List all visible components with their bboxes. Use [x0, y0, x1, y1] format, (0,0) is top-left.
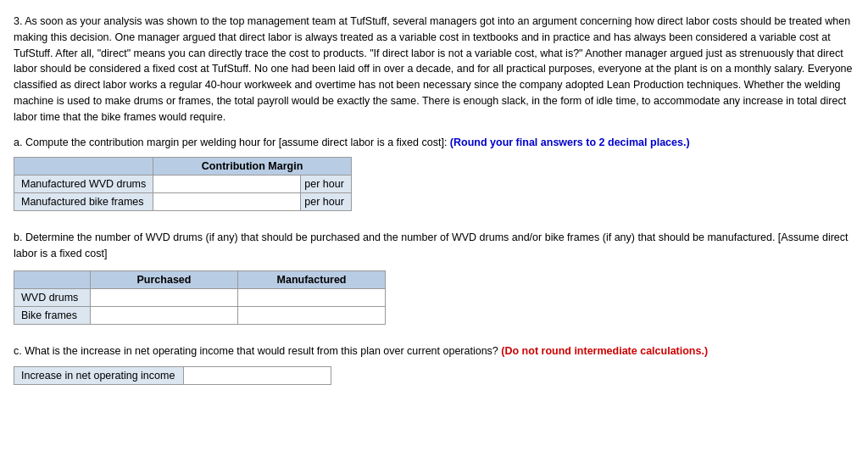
bike-frames-input-field[interactable]	[160, 196, 293, 208]
wvd-drums-contribution-input[interactable]	[153, 176, 301, 193]
question-b-section: b. Determine the number of WVD drums (if…	[14, 230, 854, 325]
question-c-bold: (Do not round intermediate calculations.…	[501, 345, 708, 357]
net-operating-income-label: Increase in net operating income	[14, 366, 184, 384]
bike-frames-manufactured-field[interactable]	[245, 309, 378, 321]
bike-frames-b-label: Bike frames	[14, 306, 91, 324]
bike-frames-contribution-input[interactable]	[153, 193, 301, 211]
wvd-drums-purchased-field[interactable]	[97, 292, 231, 304]
table-row: WVD drums	[14, 288, 386, 306]
intro-paragraph: 3. As soon as your analysis was shown to…	[14, 14, 854, 125]
question-c-text: c. What is the increase in net operating…	[14, 345, 498, 357]
question-c-label: c. What is the increase in net operating…	[14, 343, 854, 359]
net-operating-income-table: Increase in net operating income	[14, 366, 331, 385]
contribution-margin-header: Contribution Margin	[153, 158, 352, 176]
wvd-drums-manufactured-field[interactable]	[245, 292, 378, 304]
table-a-empty-header	[14, 158, 153, 176]
bike-frames-label: Manufactured bike frames	[14, 193, 153, 211]
net-operating-income-input[interactable]	[184, 366, 331, 384]
bike-frames-purchased-field[interactable]	[97, 309, 231, 321]
bike-frames-purchased-input[interactable]	[91, 306, 238, 324]
question-a-section: a. Compute the contribution margin per w…	[14, 137, 854, 211]
table-b-empty-header	[14, 270, 91, 288]
contribution-margin-table: Contribution Margin Manufactured WVD dru…	[14, 157, 352, 211]
wvd-drums-manufactured-input[interactable]	[238, 288, 386, 306]
question-b-label: b. Determine the number of WVD drums (if…	[14, 230, 854, 262]
net-operating-income-field[interactable]	[191, 370, 324, 382]
table-row: Bike frames	[14, 306, 386, 324]
question-c-section: c. What is the increase in net operating…	[14, 343, 854, 385]
purchased-header: Purchased	[91, 270, 238, 288]
wvd-drums-purchased-input[interactable]	[91, 288, 238, 306]
wvd-drums-b-label: WVD drums	[14, 288, 91, 306]
question-a-bold: (Round your final answers to 2 decimal p…	[450, 137, 690, 148]
question-a-text: a. Compute the contribution margin per w…	[14, 137, 447, 148]
table-row: Manufactured bike frames per hour	[14, 193, 352, 211]
question-a-label: a. Compute the contribution margin per w…	[14, 137, 854, 148]
bike-frames-unit: per hour	[301, 193, 352, 211]
bike-frames-manufactured-input[interactable]	[238, 306, 386, 324]
table-row: Increase in net operating income	[14, 366, 331, 384]
purchased-manufactured-table: Purchased Manufactured WVD drums Bike fr…	[14, 270, 386, 325]
wvd-drums-label: Manufactured WVD drums	[14, 176, 153, 193]
wvd-drums-unit: per hour	[301, 176, 352, 193]
wvd-drums-input-field[interactable]	[160, 178, 293, 190]
manufactured-header: Manufactured	[238, 270, 386, 288]
table-row: Manufactured WVD drums per hour	[14, 176, 352, 193]
